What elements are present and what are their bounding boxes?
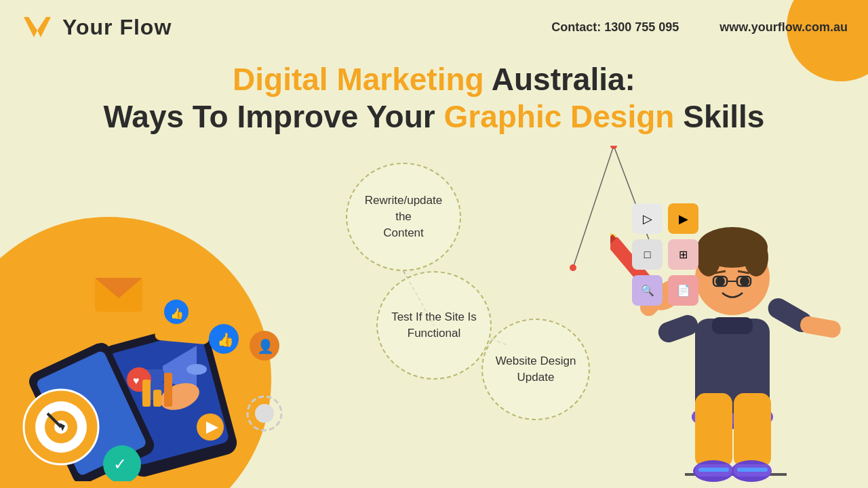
bubble-website-design: Website DesignUpdate [481,319,590,420]
title-ways: Ways To Improve Your [104,99,444,134]
bubble-2-text: Test If the Site IsFunctional [391,309,477,342]
contact-number: Contact: 1300 755 095 [551,20,679,35]
svg-point-40 [570,264,576,271]
svg-text:♥: ♥ [133,375,140,386]
cursor-arrow-icon: ▷ [632,203,663,234]
svg-rect-30 [164,373,172,407]
brand-name: Your Flow [62,15,172,40]
link-icon: ⊞ [668,239,698,270]
header: Your Flow Contact: 1300 755 095 www.your… [0,0,868,54]
svg-rect-51 [712,317,753,334]
svg-text:👤: 👤 [257,338,274,354]
title-digital-marketing: Digital Marketing [233,62,484,97]
svg-marker-0 [24,17,51,37]
design-tools-panel: ▷ ▶ □ ⊞ 🔍 📄 [632,203,698,306]
cursor-fill-icon: ▶ [668,203,698,234]
svg-rect-68 [734,393,771,468]
svg-text:👍: 👍 [217,331,234,348]
svg-point-61 [740,277,749,286]
svg-point-58 [696,239,721,277]
bubble-1-text: Rewrite/updatetheContent [365,192,442,241]
logo-area: Your Flow [20,10,172,44]
title-line1: Digital Marketing Australia: [0,61,868,98]
square-icon: □ [632,239,663,270]
contact-info: Contact: 1300 755 095 www.yourflow.com.a… [551,20,848,35]
svg-point-60 [715,277,725,286]
svg-rect-52 [656,312,701,346]
svg-rect-55 [799,315,842,339]
bubble-3-text: Website DesignUpdate [496,353,576,386]
search-magnify-icon: 🔍 [632,275,663,306]
svg-point-16 [186,364,207,375]
svg-point-34 [255,404,274,423]
svg-point-59 [744,239,768,277]
svg-rect-29 [153,390,161,407]
document-icon: 📄 [668,275,698,306]
svg-rect-28 [142,380,151,407]
svg-point-39 [610,146,617,149]
svg-line-37 [573,146,614,268]
marketing-illustration: 👍 👍 ♥ 👤 ✓ [7,156,326,481]
svg-text:✓: ✓ [113,455,127,473]
svg-text:👍: 👍 [170,307,184,320]
website-url: www.yourflow.com.au [719,20,848,35]
bubble-test-site: Test If the Site IsFunctional [376,271,492,380]
bubble-rewrite-content: Rewrite/updatetheContent [346,163,461,271]
svg-rect-73 [698,468,729,472]
title-australia: Australia: [484,62,635,97]
svg-rect-74 [737,468,768,472]
svg-rect-67 [695,393,732,468]
logo-icon [20,10,54,44]
